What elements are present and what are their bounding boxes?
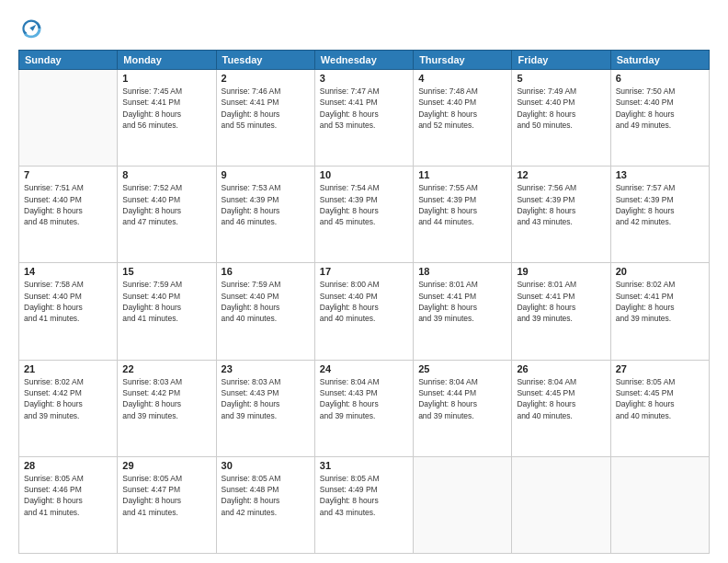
- day-info: Sunrise: 7:59 AM Sunset: 4:40 PM Dayligh…: [122, 279, 210, 324]
- day-cell: 13Sunrise: 7:57 AM Sunset: 4:39 PM Dayli…: [610, 167, 709, 263]
- logo: [18, 17, 48, 42]
- day-cell: 22Sunrise: 8:03 AM Sunset: 4:42 PM Dayli…: [118, 360, 216, 456]
- page: SundayMondayTuesdayWednesdayThursdayFrid…: [0, 0, 728, 563]
- day-cell: [414, 456, 512, 553]
- day-info: Sunrise: 8:02 AM Sunset: 4:41 PM Dayligh…: [616, 279, 704, 324]
- day-number: 7: [24, 169, 112, 180]
- day-number: 28: [24, 460, 112, 471]
- day-info: Sunrise: 8:05 AM Sunset: 4:48 PM Dayligh…: [222, 473, 310, 518]
- day-info: Sunrise: 8:05 AM Sunset: 4:49 PM Dayligh…: [320, 473, 408, 518]
- day-info: Sunrise: 8:04 AM Sunset: 4:45 PM Dayligh…: [517, 376, 605, 421]
- day-cell: 9Sunrise: 7:53 AM Sunset: 4:39 PM Daylig…: [216, 167, 314, 263]
- day-number: 25: [418, 363, 506, 374]
- day-cell: 25Sunrise: 8:04 AM Sunset: 4:44 PM Dayli…: [414, 360, 512, 456]
- day-number: 11: [418, 169, 506, 180]
- day-info: Sunrise: 8:04 AM Sunset: 4:43 PM Dayligh…: [320, 376, 408, 421]
- day-number: 2: [222, 73, 310, 84]
- day-info: Sunrise: 8:02 AM Sunset: 4:42 PM Dayligh…: [24, 376, 112, 421]
- weekday-header-monday: Monday: [118, 51, 216, 70]
- day-cell: 31Sunrise: 8:05 AM Sunset: 4:49 PM Dayli…: [314, 456, 413, 553]
- week-row-5: 28Sunrise: 8:05 AM Sunset: 4:46 PM Dayli…: [19, 456, 710, 553]
- day-cell: [610, 456, 709, 553]
- day-info: Sunrise: 7:54 AM Sunset: 4:39 PM Dayligh…: [320, 182, 408, 227]
- day-cell: 2Sunrise: 7:46 AM Sunset: 4:41 PM Daylig…: [216, 70, 314, 167]
- weekday-header-friday: Friday: [512, 51, 610, 70]
- day-number: 29: [122, 460, 210, 471]
- week-row-1: 1Sunrise: 7:45 AM Sunset: 4:41 PM Daylig…: [19, 70, 710, 167]
- day-cell: 7Sunrise: 7:51 AM Sunset: 4:40 PM Daylig…: [19, 167, 118, 263]
- day-number: 31: [320, 460, 408, 471]
- day-cell: 27Sunrise: 8:05 AM Sunset: 4:45 PM Dayli…: [610, 360, 709, 456]
- day-info: Sunrise: 8:05 AM Sunset: 4:46 PM Dayligh…: [24, 473, 112, 518]
- day-number: 1: [122, 73, 210, 84]
- day-number: 24: [320, 363, 408, 374]
- logo-icon: [18, 17, 44, 42]
- header: [18, 17, 710, 42]
- day-info: Sunrise: 8:04 AM Sunset: 4:44 PM Dayligh…: [418, 376, 506, 421]
- day-cell: 6Sunrise: 7:50 AM Sunset: 4:40 PM Daylig…: [610, 70, 709, 167]
- calendar: SundayMondayTuesdayWednesdayThursdayFrid…: [18, 50, 710, 554]
- day-info: Sunrise: 7:59 AM Sunset: 4:40 PM Dayligh…: [222, 279, 310, 324]
- day-info: Sunrise: 7:50 AM Sunset: 4:40 PM Dayligh…: [616, 86, 704, 131]
- day-cell: 16Sunrise: 7:59 AM Sunset: 4:40 PM Dayli…: [216, 263, 314, 360]
- day-cell: 1Sunrise: 7:45 AM Sunset: 4:41 PM Daylig…: [118, 70, 216, 167]
- week-row-3: 14Sunrise: 7:58 AM Sunset: 4:40 PM Dayli…: [19, 263, 710, 360]
- day-number: 9: [222, 169, 310, 180]
- day-number: 30: [222, 460, 310, 471]
- weekday-header-saturday: Saturday: [610, 51, 709, 70]
- weekday-header-tuesday: Tuesday: [216, 51, 314, 70]
- day-number: 8: [122, 169, 210, 180]
- day-cell: 24Sunrise: 8:04 AM Sunset: 4:43 PM Dayli…: [314, 360, 413, 456]
- day-cell: 26Sunrise: 8:04 AM Sunset: 4:45 PM Dayli…: [512, 360, 610, 456]
- day-cell: 14Sunrise: 7:58 AM Sunset: 4:40 PM Dayli…: [19, 263, 118, 360]
- day-info: Sunrise: 7:58 AM Sunset: 4:40 PM Dayligh…: [24, 279, 112, 324]
- day-info: Sunrise: 7:49 AM Sunset: 4:40 PM Dayligh…: [517, 86, 605, 131]
- day-number: 13: [616, 169, 704, 180]
- weekday-header-wednesday: Wednesday: [314, 51, 413, 70]
- day-cell: 19Sunrise: 8:01 AM Sunset: 4:41 PM Dayli…: [512, 263, 610, 360]
- week-row-4: 21Sunrise: 8:02 AM Sunset: 4:42 PM Dayli…: [19, 360, 710, 456]
- day-cell: 3Sunrise: 7:47 AM Sunset: 4:41 PM Daylig…: [314, 70, 413, 167]
- day-number: 5: [517, 73, 605, 84]
- day-number: 12: [517, 169, 605, 180]
- day-cell: 28Sunrise: 8:05 AM Sunset: 4:46 PM Dayli…: [19, 456, 118, 553]
- day-info: Sunrise: 7:56 AM Sunset: 4:39 PM Dayligh…: [517, 182, 605, 227]
- day-cell: 15Sunrise: 7:59 AM Sunset: 4:40 PM Dayli…: [118, 263, 216, 360]
- weekday-header-sunday: Sunday: [19, 51, 118, 70]
- day-cell: 8Sunrise: 7:52 AM Sunset: 4:40 PM Daylig…: [118, 167, 216, 263]
- day-number: 26: [517, 363, 605, 374]
- day-info: Sunrise: 7:55 AM Sunset: 4:39 PM Dayligh…: [418, 182, 506, 227]
- day-info: Sunrise: 8:03 AM Sunset: 4:43 PM Dayligh…: [222, 376, 310, 421]
- day-number: 16: [222, 266, 310, 277]
- day-cell: 12Sunrise: 7:56 AM Sunset: 4:39 PM Dayli…: [512, 167, 610, 263]
- day-cell: 5Sunrise: 7:49 AM Sunset: 4:40 PM Daylig…: [512, 70, 610, 167]
- day-info: Sunrise: 7:53 AM Sunset: 4:39 PM Dayligh…: [222, 182, 310, 227]
- day-number: 21: [24, 363, 112, 374]
- day-number: 18: [418, 266, 506, 277]
- day-number: 20: [616, 266, 704, 277]
- day-info: Sunrise: 8:01 AM Sunset: 4:41 PM Dayligh…: [517, 279, 605, 324]
- day-cell: 11Sunrise: 7:55 AM Sunset: 4:39 PM Dayli…: [414, 167, 512, 263]
- day-cell: [19, 70, 118, 167]
- day-cell: 17Sunrise: 8:00 AM Sunset: 4:40 PM Dayli…: [314, 263, 413, 360]
- day-info: Sunrise: 8:05 AM Sunset: 4:47 PM Dayligh…: [122, 473, 210, 518]
- day-info: Sunrise: 8:00 AM Sunset: 4:40 PM Dayligh…: [320, 279, 408, 324]
- day-cell: 21Sunrise: 8:02 AM Sunset: 4:42 PM Dayli…: [19, 360, 118, 456]
- day-cell: 18Sunrise: 8:01 AM Sunset: 4:41 PM Dayli…: [414, 263, 512, 360]
- day-cell: 4Sunrise: 7:48 AM Sunset: 4:40 PM Daylig…: [414, 70, 512, 167]
- day-info: Sunrise: 7:51 AM Sunset: 4:40 PM Dayligh…: [24, 182, 112, 227]
- day-info: Sunrise: 8:05 AM Sunset: 4:45 PM Dayligh…: [616, 376, 704, 421]
- day-cell: 30Sunrise: 8:05 AM Sunset: 4:48 PM Dayli…: [216, 456, 314, 553]
- day-info: Sunrise: 7:48 AM Sunset: 4:40 PM Dayligh…: [418, 86, 506, 131]
- day-info: Sunrise: 7:57 AM Sunset: 4:39 PM Dayligh…: [616, 182, 704, 227]
- day-number: 23: [222, 363, 310, 374]
- day-cell: 29Sunrise: 8:05 AM Sunset: 4:47 PM Dayli…: [118, 456, 216, 553]
- day-number: 3: [320, 73, 408, 84]
- day-cell: 20Sunrise: 8:02 AM Sunset: 4:41 PM Dayli…: [610, 263, 709, 360]
- weekday-header-row: SundayMondayTuesdayWednesdayThursdayFrid…: [19, 51, 710, 70]
- day-cell: 23Sunrise: 8:03 AM Sunset: 4:43 PM Dayli…: [216, 360, 314, 456]
- day-info: Sunrise: 7:45 AM Sunset: 4:41 PM Dayligh…: [122, 86, 210, 131]
- day-number: 17: [320, 266, 408, 277]
- day-info: Sunrise: 7:47 AM Sunset: 4:41 PM Dayligh…: [320, 86, 408, 131]
- week-row-2: 7Sunrise: 7:51 AM Sunset: 4:40 PM Daylig…: [19, 167, 710, 263]
